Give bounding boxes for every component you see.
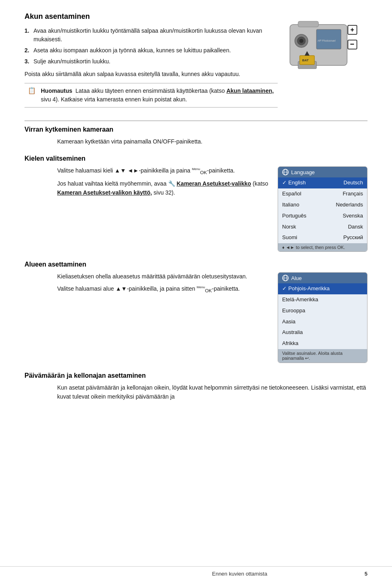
area-panel: Alue ✓ Pohjois-Amerikka Etelä-Amerikka E… — [278, 272, 368, 363]
ok-label: OK — [200, 170, 207, 175]
page-content: Akun asentaminen 1. Avaa akun/muistikort… — [0, 0, 392, 435]
step-2-num: 2. — [24, 46, 31, 55]
kielen-para1-end: -painiketta. — [207, 167, 235, 174]
step-2: 2. Aseta akku isompaan aukkoon ja työnnä… — [24, 46, 278, 55]
globe-icon — [282, 169, 289, 175]
svg-text:BAT: BAT — [302, 58, 309, 62]
lang-left-3: Português — [282, 212, 306, 220]
akun-asentaminen-section: Akun asentaminen 1. Avaa akun/muistikort… — [24, 12, 368, 112]
svg-point-6 — [299, 39, 303, 43]
lang-left-1: Español — [282, 190, 301, 198]
paivamaara-para: Kun asetat päivämäärän ja kellonajan oik… — [57, 383, 368, 401]
alueen-asettaminen-section: Alueen asettaminen Kieliasetuksen ohella… — [24, 261, 368, 363]
language-row-5: Suomi Русский — [278, 232, 367, 243]
camera-diagram: HP Photosmart BAT + — [286, 12, 359, 78]
area-name-4: Australia — [282, 328, 303, 337]
area-row-3: Aasia — [278, 316, 367, 327]
globe-icon-2 — [282, 275, 289, 281]
lang-left-0: ✓English — [282, 179, 306, 187]
lang-right-5: Русский — [343, 233, 363, 242]
page-number: 5 — [365, 571, 368, 577]
language-panel-title: Language — [291, 169, 315, 175]
language-panel-body: ✓English Deutsch Español Français Italia… — [278, 177, 367, 243]
camera-image-col: HP Photosmart BAT + — [286, 12, 368, 78]
settings-icon: 🔧 — [168, 180, 177, 187]
lang-right-1: Français — [343, 190, 363, 198]
lang-right-3: Svenska — [343, 212, 363, 220]
menu-superscript-2: Menu — [197, 285, 205, 289]
language-row-3: Português Svenska — [278, 211, 367, 222]
section-divider-1 — [24, 121, 368, 121]
area-panel-title: Alue — [291, 275, 302, 281]
alueen-text-col: Kieliasetuksen ohella alueasetus määritt… — [57, 272, 270, 363]
menu-superscript: Menu — [192, 168, 200, 171]
area-name-5: Afrikka — [282, 339, 298, 348]
step-2-text: Aseta akku isompaan aukkoon ja työnnä ak… — [33, 46, 231, 55]
menu-label-2: Menu — [197, 285, 205, 289]
language-panel-footer: ♦ ◄► to select, then press OK. — [278, 243, 367, 251]
kielen-text-col: Valitse haluamasi kieli ▲▼ ◄►-painikkeil… — [57, 166, 270, 252]
note-label: Huomautus — [41, 87, 72, 94]
virran-kytkeminen-content: Kameraan kytketään virta painamalla ON/O… — [24, 137, 368, 146]
kielen-valitseminen-section: Kielen valitseminen Valitse haluamasi ki… — [24, 155, 368, 252]
language-row-0: ✓English Deutsch — [278, 177, 367, 188]
akun-asentaminen-heading: Akun asentaminen — [24, 12, 278, 21]
lang-left-4: Norsk — [282, 223, 296, 231]
note-page-ref: sivu 4). Katkaise virta kamerasta ennen … — [41, 96, 187, 103]
alueen-asettaminen-content: Kieliasetuksen ohella alueasetus määritt… — [24, 272, 368, 363]
virran-text-span: Kameraan kytketään virta painamalla ON/O… — [57, 138, 203, 145]
lang-left-5: Suomi — [282, 233, 297, 242]
paivamaara-section: Päivämäärän ja kellonajan asettaminen Ku… — [24, 372, 368, 401]
kameran-asetukset-link2: Kameran Asetukset-valikon käyttö, — [57, 189, 152, 196]
akun-steps-list: 1. Avaa akun/muistikortin luukku työntäm… — [24, 27, 278, 66]
alueen-asettaminen-heading: Alueen asettaminen — [24, 261, 368, 268]
kielen-para2-page: sivu 32). — [152, 189, 175, 196]
area-panel-footer: Valitse asuinalue. Aloita alusta painama… — [278, 349, 367, 363]
step-3: 3. Sulje akun/muistikortin luukku. — [24, 57, 278, 66]
alueen-para2-end: -painiketta. — [212, 285, 240, 292]
page-footer: Ennen kuvien ottamista 5 — [0, 566, 392, 577]
area-name-1: Etelä-Amerikka — [282, 296, 318, 304]
note-icon: 📋 — [28, 87, 38, 104]
step-1: 1. Avaa akun/muistikortin luukku työntäm… — [24, 27, 278, 44]
akun-remove-para: Poista akku siirtämällä akun salpaa kuva… — [24, 70, 278, 79]
kielen-valitseminen-heading: Kielen valitseminen — [24, 155, 368, 162]
language-row-1: Español Français — [278, 188, 367, 199]
kielen-para1: Valitse haluamasi kieli ▲▼ ◄►-painikkeil… — [57, 166, 270, 176]
virran-kytkeminen-text: Kameraan kytketään virta painamalla ON/O… — [57, 137, 368, 146]
alueen-para2-start: Valitse haluamasi alue ▲▼-painikkeilla, … — [57, 285, 195, 292]
camera-svg: HP Photosmart BAT + — [286, 12, 359, 78]
area-panel-body: ✓ Pohjois-Amerikka Etelä-Amerikka Euroop… — [278, 283, 367, 349]
language-panel: Language ✓English Deutsch Español França… — [278, 166, 368, 252]
svg-rect-1 — [298, 21, 318, 27]
step-1-text: Avaa akun/muistikortin luukku työntämäll… — [33, 27, 278, 44]
footer-text: Ennen kuvien ottamista 5 — [212, 571, 368, 577]
note-body-text: Lataa akku täyteen ennen ensimmäistä käy… — [76, 87, 227, 94]
note-link: Akun lataaminen, — [226, 87, 274, 94]
kielen-para2: Jos haluat vaihtaa kieltä myöhemmin, ava… — [57, 179, 270, 197]
area-row-4: Australia — [278, 327, 367, 338]
svg-text:−: − — [350, 40, 354, 48]
lang-right-4: Dansk — [348, 223, 363, 231]
note-text: Huomautus Lataa akku täyteen ennen ensim… — [41, 87, 278, 104]
lang-right-0: Deutsch — [343, 179, 363, 187]
language-panel-header: Language — [278, 167, 367, 177]
area-panel-header: Alue — [278, 273, 367, 283]
area-row-2: Eurooppa — [278, 305, 367, 316]
language-row-4: Norsk Dansk — [278, 222, 367, 233]
kielen-para2-start: Jos haluat vaihtaa kieltä myöhemmin, ava… — [57, 180, 167, 187]
footer-label: Ennen kuvien ottamista — [212, 571, 267, 577]
akun-asentaminen-content: Akun asentaminen 1. Avaa akun/muistikort… — [24, 12, 278, 112]
lang-right-2: Nederlands — [336, 201, 363, 209]
area-row-0: ✓ Pohjois-Amerikka — [278, 283, 367, 294]
alueen-para1: Kieliasetuksen ohella alueasetus määritt… — [57, 272, 270, 281]
ok-subscript-2: OK — [205, 288, 212, 293]
check-mark-0: ✓ — [282, 285, 287, 293]
alueen-para2: Valitse haluamasi alue ▲▼-painikkeilla, … — [57, 285, 270, 294]
lang-left-2: Italiano — [282, 201, 299, 209]
virran-kytkeminen-heading: Virran kytkeminen kameraan — [24, 126, 368, 133]
svg-text:HP Photosmart: HP Photosmart — [318, 39, 336, 42]
area-name-2: Eurooppa — [282, 307, 305, 315]
kielen-valitseminen-content: Valitse haluamasi kieli ▲▼ ◄►-painikkeil… — [24, 166, 368, 252]
step-1-num: 1. — [24, 27, 31, 44]
